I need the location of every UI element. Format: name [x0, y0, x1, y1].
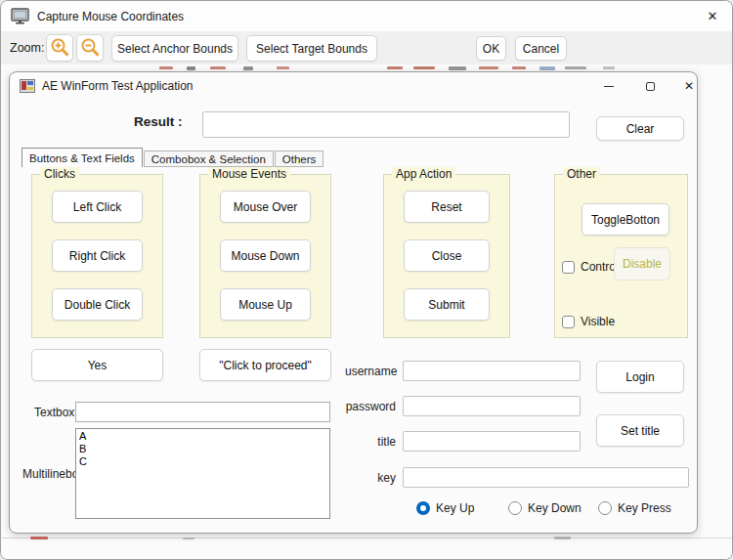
mouse-up-button[interactable]: Mouse Up [220, 288, 311, 321]
zoom-in-icon [50, 37, 69, 60]
title-label: title [345, 435, 396, 449]
cancel-button[interactable]: Cancel [515, 36, 567, 61]
set-title-button[interactable]: Set title [596, 414, 684, 447]
winform-app-icon [20, 79, 35, 93]
double-click-button[interactable]: Double Click [52, 288, 143, 321]
zoom-in-button[interactable] [46, 34, 73, 62]
tab-combobox-selection[interactable]: Combobox & Selection [144, 151, 274, 167]
clear-button[interactable]: Clear [596, 116, 684, 141]
key-input[interactable] [403, 467, 689, 488]
radio-key-down[interactable]: Key Down [508, 500, 582, 516]
control-checkbox[interactable]: Control [562, 259, 619, 275]
key-label: key [345, 471, 396, 485]
visible-checkbox[interactable]: Visible [562, 314, 615, 329]
result-label: Result : [134, 114, 183, 129]
other-group-title: Other [563, 167, 600, 181]
toggle-button[interactable]: ToggleBotton [582, 203, 669, 236]
select-target-bounds-button[interactable]: Select Target Bounds [246, 35, 377, 62]
close-icon[interactable]: ✕ [693, 1, 732, 31]
select-anchor-bounds-button[interactable]: Select Anchor Bounds [111, 35, 238, 62]
maximize-icon[interactable] [630, 73, 669, 99]
other-group: Other ToggleBotton Control Disable Visib… [554, 174, 688, 338]
tab-strip: Buttons & Text Fields Combobox & Selecti… [22, 148, 323, 167]
clicks-group-title: Clicks [40, 167, 79, 181]
radio-icon [508, 501, 522, 515]
mouse-over-button[interactable]: Mouse Over [220, 191, 311, 223]
toolbar: Zoom: Select Anchor Bounds Sele [1, 31, 732, 65]
clicks-group: Clicks Left Click Right Click Double Cli… [31, 174, 163, 338]
zoom-label: Zoom: [10, 31, 44, 65]
app-title: AE WinForm Test Application [42, 79, 194, 93]
login-button[interactable]: Login [596, 361, 684, 393]
outer-titlebar: Capture Mouse Coordinates [1, 1, 732, 31]
result-input[interactable] [202, 111, 570, 138]
right-click-button[interactable]: Right Click [52, 239, 143, 272]
tab-buttons-text-fields[interactable]: Buttons & Text Fields [22, 148, 143, 167]
checkbox-icon [562, 316, 575, 328]
mouse-events-group-title: Mouse Events [208, 167, 290, 181]
zoom-out-button[interactable] [76, 34, 104, 62]
radio-key-up-label: Key Up [436, 501, 474, 515]
ok-button[interactable]: OK [476, 36, 506, 61]
textbox-input[interactable] [75, 402, 330, 422]
radio-icon [416, 501, 430, 515]
textbox-label: Textbox [34, 406, 74, 419]
visible-checkbox-label: Visible [581, 315, 615, 328]
app-action-group: App Action Reset Close Submit [383, 174, 510, 338]
click-to-proceed-button[interactable]: "Click to proceed" [199, 349, 331, 381]
window-title: Capture Mouse Coordinates [37, 10, 184, 23]
multilinebox-input[interactable]: A B C [75, 428, 330, 519]
submit-button[interactable]: Submit [404, 288, 490, 321]
password-input[interactable] [403, 396, 581, 416]
radio-key-up[interactable]: Key Up [416, 500, 474, 516]
radio-key-press[interactable]: Key Press [598, 500, 671, 516]
background-artifact-gray-dash-2 [554, 537, 571, 539]
background-window-edge [2, 538, 733, 538]
title-input[interactable] [403, 431, 581, 452]
tab-others[interactable]: Others [275, 151, 324, 167]
radio-key-down-label: Key Down [528, 501, 582, 515]
password-label: password [345, 400, 396, 413]
zoom-out-icon [80, 37, 100, 60]
monitor-icon [11, 8, 29, 24]
disable-button[interactable]: Disable [614, 247, 670, 280]
mouse-events-group: Mouse Events Mouse Over Mouse Down Mouse… [199, 174, 331, 338]
minimize-icon[interactable] [589, 73, 628, 99]
reset-button[interactable]: Reset [404, 191, 490, 223]
username-label: username [345, 365, 396, 378]
left-click-button[interactable]: Left Click [52, 191, 143, 223]
checkbox-icon [562, 261, 575, 274]
close-app-button[interactable]: Close [404, 239, 490, 272]
control-checkbox-label: Control [581, 260, 619, 274]
background-artifact-red-dash [30, 537, 48, 539]
app-close-icon[interactable]: ✕ [669, 73, 709, 99]
background-artifact-gray-dash [183, 538, 194, 539]
ae-winform-test-application-window: AE WinForm Test Application ✕ Result : C… [9, 71, 698, 534]
capture-mouse-coordinates-window: Capture Mouse Coordinates ✕ Zoom: [0, 0, 733, 560]
app-action-group-title: App Action [392, 167, 455, 181]
mouse-down-button[interactable]: Mouse Down [220, 239, 311, 272]
radio-key-press-label: Key Press [618, 501, 671, 515]
radio-icon [598, 501, 612, 515]
yes-button[interactable]: Yes [31, 349, 163, 381]
username-input[interactable] [403, 361, 581, 381]
